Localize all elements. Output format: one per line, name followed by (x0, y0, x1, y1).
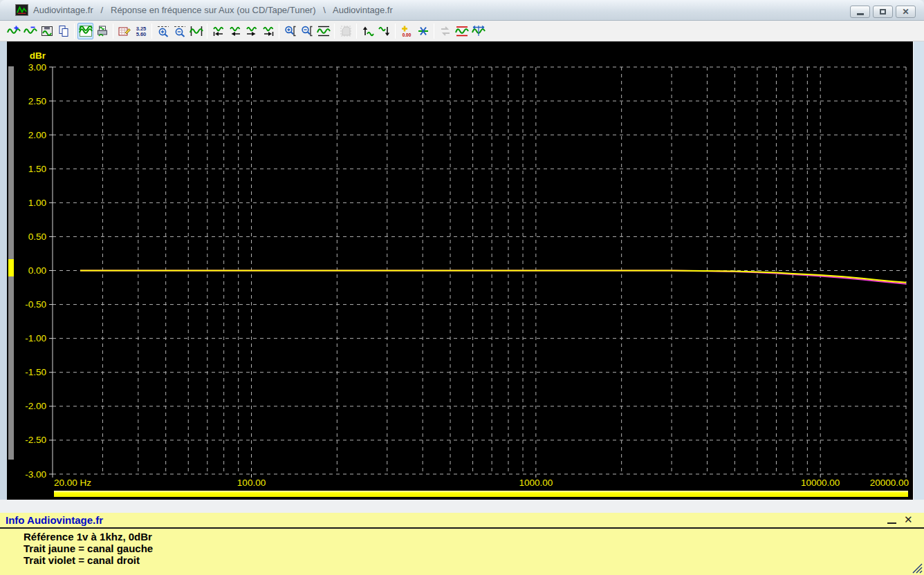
svg-text:-3.00: -3.00 (25, 469, 46, 480)
copy-curve-button[interactable] (55, 23, 71, 39)
svg-text:2.00: 2.00 (28, 130, 46, 140)
scroll-left-button[interactable] (227, 23, 243, 39)
swap-traces-button[interactable] (437, 23, 453, 39)
scroll-to-end-button[interactable] (260, 23, 276, 39)
svg-text:1000.00: 1000.00 (519, 478, 553, 488)
svg-text:-1.50: -1.50 (25, 367, 46, 377)
toolbar-separator (395, 23, 396, 39)
fit-horizontal-icon (190, 24, 203, 38)
move-up-icon (361, 24, 375, 38)
info-line-left-channel: Trait jaune = canal gauche (24, 543, 153, 554)
span-measure-button[interactable] (470, 23, 486, 39)
svg-text:0.00: 0.00 (28, 265, 46, 276)
minimize-icon (857, 13, 864, 15)
info-panel-title: Info Audiovintage.fr (6, 514, 103, 526)
show-values-button[interactable]: 3.255.60 (133, 23, 149, 39)
svg-text:1.50: 1.50 (28, 164, 46, 174)
svg-text:3.00: 3.00 (28, 62, 46, 73)
window-frame-left (0, 41, 7, 500)
zoom-out-horizontal-icon (173, 24, 187, 38)
info-minimize-button[interactable] (887, 517, 896, 524)
info-line-right-channel: Trait violet = canal droit (24, 554, 140, 566)
view-curve-icon (79, 24, 93, 38)
svg-text:dBr: dBr (30, 50, 46, 61)
edit-data-icon (118, 24, 131, 38)
fit-vertical-button[interactable] (315, 23, 331, 39)
svg-text:20000.00: 20000.00 (870, 478, 909, 488)
limit-lines-button[interactable] (454, 23, 470, 39)
zoom-out-vertical-icon (300, 24, 314, 38)
zoom-in-horizontal-button[interactable] (155, 23, 171, 39)
edit-data-button[interactable] (116, 23, 132, 39)
scroll-to-start-button[interactable] (210, 23, 226, 39)
svg-text:-2.50: -2.50 (25, 435, 46, 445)
zoom-in-vertical-button[interactable] (282, 23, 298, 39)
toolbar-separator (334, 23, 335, 39)
scroll-left-icon (228, 24, 242, 38)
info-title-rule (0, 527, 924, 529)
pan-button[interactable] (338, 23, 353, 39)
toolbar-separator (434, 23, 434, 39)
toolbar-separator (356, 23, 357, 39)
minimize-button[interactable] (850, 6, 870, 18)
pan-icon (339, 24, 353, 38)
svg-text:-2.00: -2.00 (25, 401, 46, 411)
close-button[interactable]: ✕ (896, 6, 916, 18)
resize-grip-icon[interactable] (909, 560, 923, 574)
bottom-strip (0, 500, 924, 513)
toolbar: 3.255.60 0.00 (0, 21, 924, 41)
print-curve-icon (95, 24, 109, 38)
fit-horizontal-button[interactable] (188, 23, 204, 39)
show-values-icon: 3.255.60 (134, 24, 148, 38)
svg-text:100.00: 100.00 (237, 478, 266, 488)
reference-level-button[interactable]: 0.00 (398, 23, 414, 39)
save-curve-icon (40, 24, 54, 38)
toolbar-separator (151, 23, 152, 39)
svg-text:-1.00: -1.00 (25, 333, 46, 343)
info-line-reference: Référence 1v à 1khz, 0dBr (24, 531, 152, 543)
print-curve-button[interactable] (94, 23, 110, 39)
add-trace-button[interactable] (6, 23, 21, 39)
svg-text:20.00 Hz: 20.00 Hz (54, 478, 91, 488)
fit-vertical-icon (317, 24, 331, 38)
scroll-to-start-icon (212, 24, 225, 38)
toolbar-separator (113, 23, 113, 39)
span-measure-icon (472, 24, 486, 38)
limit-lines-icon (455, 24, 469, 38)
svg-text:10000.00: 10000.00 (801, 478, 840, 488)
view-curve-button[interactable] (77, 23, 93, 39)
scroll-right-button[interactable] (243, 23, 259, 39)
info-close-button[interactable]: ✕ (904, 513, 913, 526)
window-frame-right (913, 41, 924, 500)
normalize-icon (416, 24, 430, 38)
restore-button[interactable] (873, 6, 893, 18)
toolbar-separator (207, 23, 207, 39)
plot-area[interactable]: 3.002.502.001.501.000.500.00-0.50-1.00-1… (7, 41, 913, 500)
move-up-button[interactable] (360, 23, 376, 39)
scroll-to-end-icon (261, 24, 275, 38)
zoom-out-horizontal-button[interactable] (172, 23, 187, 39)
frequency-response-chart: 3.002.502.001.501.000.500.00-0.50-1.00-1… (7, 41, 913, 500)
swap-traces-icon (438, 24, 452, 38)
svg-text:5.60: 5.60 (136, 31, 146, 37)
window-title: Audiovintage.fr / Réponse en fréquence s… (33, 0, 393, 21)
remove-trace-button[interactable] (22, 23, 38, 39)
svg-text:2.50: 2.50 (28, 96, 46, 106)
zoom-in-vertical-icon (284, 24, 297, 38)
move-down-button[interactable] (376, 23, 392, 39)
add-trace-icon (7, 24, 21, 38)
toolbar-separator (74, 23, 75, 39)
horizontal-zoom-bar[interactable] (54, 491, 908, 497)
save-curve-button[interactable] (39, 23, 55, 39)
scroll-right-icon (245, 24, 259, 38)
svg-text:1.00: 1.00 (28, 198, 46, 208)
info-panel: Info Audiovintage.fr ✕ Référence 1v à 1k… (0, 513, 924, 575)
vertical-scrollbar-thumb[interactable] (8, 259, 14, 276)
svg-text:0.00: 0.00 (402, 32, 411, 37)
vertical-scrollbar[interactable] (8, 66, 14, 460)
zoom-in-horizontal-icon (156, 24, 170, 38)
zoom-out-vertical-button[interactable] (299, 23, 315, 39)
svg-text:-0.50: -0.50 (25, 299, 46, 310)
normalize-button[interactable] (415, 23, 431, 39)
move-down-icon (378, 24, 391, 38)
